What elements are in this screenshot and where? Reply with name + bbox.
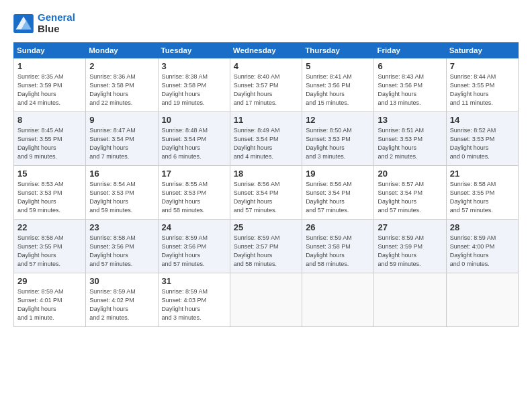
calendar-cell: 27Sunrise: 8:59 AMSunset: 3:59 PMDayligh… xyxy=(374,220,446,273)
day-info: Sunrise: 8:59 AMSunset: 3:59 PMDaylight … xyxy=(378,234,443,269)
day-number: 15 xyxy=(17,169,83,179)
calendar-cell: 16Sunrise: 8:54 AMSunset: 3:53 PMDayligh… xyxy=(86,166,158,220)
calendar-cell: 4Sunrise: 8:40 AMSunset: 3:57 PMDaylight… xyxy=(230,58,302,112)
calendar-cell: 31Sunrise: 8:59 AMSunset: 4:03 PMDayligh… xyxy=(158,273,230,327)
day-number: 8 xyxy=(17,115,83,125)
calendar-week: 1Sunrise: 8:35 AMSunset: 3:59 PMDaylight… xyxy=(14,58,519,112)
calendar-week: 8Sunrise: 8:45 AMSunset: 3:55 PMDaylight… xyxy=(14,112,519,166)
day-info: Sunrise: 8:56 AMSunset: 3:54 PMDaylight … xyxy=(306,180,371,215)
calendar-week: 22Sunrise: 8:58 AMSunset: 3:55 PMDayligh… xyxy=(14,220,519,273)
calendar-page: General Blue SundayMondayTuesdayWednesda… xyxy=(0,0,532,411)
calendar-cell: 5Sunrise: 8:41 AMSunset: 3:56 PMDaylight… xyxy=(302,58,374,112)
day-info: Sunrise: 8:59 AMSunset: 3:58 PMDaylight … xyxy=(306,234,371,269)
day-info: Sunrise: 8:59 AMSunset: 3:57 PMDaylight … xyxy=(234,234,299,269)
weekday-header: Tuesday xyxy=(158,43,230,58)
day-info: Sunrise: 8:56 AMSunset: 3:54 PMDaylight … xyxy=(234,180,299,215)
day-info: Sunrise: 8:57 AMSunset: 3:54 PMDaylight … xyxy=(378,180,443,215)
day-number: 11 xyxy=(234,115,299,125)
day-info: Sunrise: 8:59 AMSunset: 4:01 PMDaylight … xyxy=(17,287,83,322)
day-info: Sunrise: 8:58 AMSunset: 3:56 PMDaylight … xyxy=(89,234,154,269)
day-number: 18 xyxy=(234,169,299,179)
day-number: 29 xyxy=(17,276,83,286)
calendar-cell: 18Sunrise: 8:56 AMSunset: 3:54 PMDayligh… xyxy=(230,166,302,220)
calendar-cell: 10Sunrise: 8:48 AMSunset: 3:54 PMDayligh… xyxy=(158,112,230,166)
day-info: Sunrise: 8:59 AMSunset: 4:03 PMDaylight … xyxy=(162,287,227,322)
calendar-cell: 9Sunrise: 8:47 AMSunset: 3:54 PMDaylight… xyxy=(86,112,158,166)
calendar-cell: 15Sunrise: 8:53 AMSunset: 3:53 PMDayligh… xyxy=(14,166,86,220)
day-number: 19 xyxy=(306,169,371,179)
day-number: 14 xyxy=(450,115,515,125)
day-number: 12 xyxy=(306,115,371,125)
day-number: 21 xyxy=(450,169,515,179)
day-info: Sunrise: 8:48 AMSunset: 3:54 PMDaylight … xyxy=(162,126,227,161)
calendar-cell: 11Sunrise: 8:49 AMSunset: 3:54 PMDayligh… xyxy=(230,112,302,166)
day-number: 3 xyxy=(162,61,227,71)
day-info: Sunrise: 8:41 AMSunset: 3:56 PMDaylight … xyxy=(306,73,371,107)
calendar-cell: 24Sunrise: 8:59 AMSunset: 3:56 PMDayligh… xyxy=(158,220,230,273)
day-info: Sunrise: 8:58 AMSunset: 3:55 PMDaylight … xyxy=(17,234,83,269)
day-number: 13 xyxy=(378,115,443,125)
day-number: 25 xyxy=(234,222,299,232)
day-number: 31 xyxy=(162,276,227,286)
day-number: 5 xyxy=(306,61,371,71)
calendar-cell: 20Sunrise: 8:57 AMSunset: 3:54 PMDayligh… xyxy=(374,166,446,220)
day-number: 7 xyxy=(450,61,515,71)
calendar-cell xyxy=(374,273,446,327)
calendar-cell: 25Sunrise: 8:59 AMSunset: 3:57 PMDayligh… xyxy=(230,220,302,273)
calendar-cell: 12Sunrise: 8:50 AMSunset: 3:53 PMDayligh… xyxy=(302,112,374,166)
day-number: 9 xyxy=(89,115,154,125)
calendar-cell: 2Sunrise: 8:36 AMSunset: 3:58 PMDaylight… xyxy=(86,58,158,112)
day-info: Sunrise: 8:38 AMSunset: 3:58 PMDaylight … xyxy=(162,73,227,107)
day-number: 23 xyxy=(89,222,154,232)
day-number: 16 xyxy=(89,169,154,179)
day-number: 1 xyxy=(17,61,83,71)
day-info: Sunrise: 8:43 AMSunset: 3:56 PMDaylight … xyxy=(378,73,443,107)
logo-text: General Blue xyxy=(38,12,75,34)
calendar-cell: 8Sunrise: 8:45 AMSunset: 3:55 PMDaylight… xyxy=(14,112,86,166)
logo-icon xyxy=(13,14,34,33)
weekday-header: Sunday xyxy=(14,43,86,58)
calendar-cell: 1Sunrise: 8:35 AMSunset: 3:59 PMDaylight… xyxy=(14,58,86,112)
calendar-cell: 19Sunrise: 8:56 AMSunset: 3:54 PMDayligh… xyxy=(302,166,374,220)
day-number: 24 xyxy=(162,222,227,232)
calendar-body: 1Sunrise: 8:35 AMSunset: 3:59 PMDaylight… xyxy=(14,58,519,327)
day-info: Sunrise: 8:35 AMSunset: 3:59 PMDaylight … xyxy=(17,73,83,107)
day-number: 6 xyxy=(378,61,443,71)
day-number: 2 xyxy=(89,61,154,71)
calendar-week: 15Sunrise: 8:53 AMSunset: 3:53 PMDayligh… xyxy=(14,166,519,220)
day-info: Sunrise: 8:49 AMSunset: 3:54 PMDaylight … xyxy=(234,126,299,161)
day-info: Sunrise: 8:59 AMSunset: 3:56 PMDaylight … xyxy=(162,234,227,269)
day-number: 27 xyxy=(378,222,443,232)
calendar-cell: 30Sunrise: 8:59 AMSunset: 4:02 PMDayligh… xyxy=(86,273,158,327)
day-number: 30 xyxy=(89,276,154,286)
day-info: Sunrise: 8:59 AMSunset: 4:02 PMDaylight … xyxy=(89,287,154,322)
weekday-header: Saturday xyxy=(446,43,518,58)
calendar-cell xyxy=(230,273,302,327)
day-info: Sunrise: 8:52 AMSunset: 3:53 PMDaylight … xyxy=(450,126,515,161)
day-info: Sunrise: 8:50 AMSunset: 3:53 PMDaylight … xyxy=(306,126,371,161)
calendar-cell: 6Sunrise: 8:43 AMSunset: 3:56 PMDaylight… xyxy=(374,58,446,112)
calendar-cell: 22Sunrise: 8:58 AMSunset: 3:55 PMDayligh… xyxy=(14,220,86,273)
day-info: Sunrise: 8:53 AMSunset: 3:53 PMDaylight … xyxy=(17,180,83,215)
day-number: 17 xyxy=(162,169,227,179)
day-number: 20 xyxy=(378,169,443,179)
calendar-table: SundayMondayTuesdayWednesdayThursdayFrid… xyxy=(13,42,519,327)
day-info: Sunrise: 8:51 AMSunset: 3:53 PMDaylight … xyxy=(378,126,443,161)
calendar-cell: 23Sunrise: 8:58 AMSunset: 3:56 PMDayligh… xyxy=(86,220,158,273)
day-info: Sunrise: 8:40 AMSunset: 3:57 PMDaylight … xyxy=(234,73,299,107)
calendar-cell: 17Sunrise: 8:55 AMSunset: 3:53 PMDayligh… xyxy=(158,166,230,220)
weekday-header: Friday xyxy=(374,43,446,58)
day-number: 28 xyxy=(450,222,515,232)
calendar-cell xyxy=(302,273,374,327)
calendar-cell: 28Sunrise: 8:59 AMSunset: 4:00 PMDayligh… xyxy=(446,220,518,273)
calendar-cell: 26Sunrise: 8:59 AMSunset: 3:58 PMDayligh… xyxy=(302,220,374,273)
weekday-header: Monday xyxy=(86,43,158,58)
calendar-cell: 29Sunrise: 8:59 AMSunset: 4:01 PMDayligh… xyxy=(14,273,86,327)
day-info: Sunrise: 8:58 AMSunset: 3:55 PMDaylight … xyxy=(450,180,515,215)
calendar-week: 29Sunrise: 8:59 AMSunset: 4:01 PMDayligh… xyxy=(14,273,519,327)
calendar-cell xyxy=(446,273,518,327)
day-info: Sunrise: 8:54 AMSunset: 3:53 PMDaylight … xyxy=(89,180,154,215)
day-number: 22 xyxy=(17,222,83,232)
calendar-cell: 3Sunrise: 8:38 AMSunset: 3:58 PMDaylight… xyxy=(158,58,230,112)
day-info: Sunrise: 8:36 AMSunset: 3:58 PMDaylight … xyxy=(89,73,154,107)
